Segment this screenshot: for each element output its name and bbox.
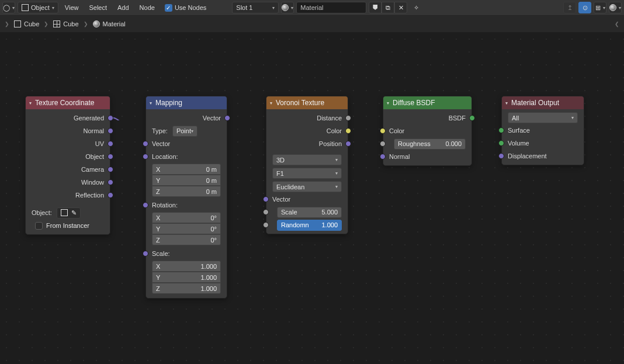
type-label: Type: — [152, 127, 168, 134]
material-name-field[interactable]: Material — [296, 2, 366, 13]
chevron-down-icon: ▾ — [387, 100, 389, 106]
fake-user-button[interactable]: ⛊ — [369, 2, 382, 13]
snap-button[interactable]: ⊞▾ — [594, 2, 606, 13]
menu-add[interactable]: Add — [113, 4, 133, 11]
mapping-type-select[interactable]: Point▾ — [172, 126, 197, 137]
node-texture-coordinate[interactable]: ▾ Texture Coordinate Generated Normal UV… — [25, 96, 110, 235]
node-title: Texture Coordinate — [35, 99, 94, 107]
node-voronoi-texture[interactable]: ▾ Voronoi Texture Distance Color Positio… — [266, 96, 348, 234]
output-socket-bsdf[interactable]: BSDF — [383, 112, 472, 124]
header-bar: ◯▾ Object ▾ View Select Add Node ✓ Use N… — [0, 0, 624, 16]
pin-button[interactable]: ✧ — [410, 2, 422, 13]
snap-icon: ⊞ — [595, 4, 601, 12]
node-header[interactable]: ▾ Voronoi Texture — [266, 96, 348, 109]
menu-node[interactable]: Node — [136, 4, 159, 11]
object-field-label: Object: — [32, 209, 52, 216]
scale-y-field[interactable]: Y1.000 — [152, 272, 221, 283]
input-socket-scale[interactable]: Scale5.000 — [266, 206, 348, 219]
node-mapping[interactable]: ▾ Mapping Vector Type: Point▾ Vector Loc… — [145, 96, 227, 299]
dimensions-select[interactable]: 3D▾ — [272, 154, 342, 165]
parent-node-button[interactable]: ↥ — [563, 2, 576, 13]
checkbox-icon — [35, 222, 43, 230]
output-socket-camera[interactable]: Camera — [26, 163, 110, 176]
output-socket-color[interactable]: Color — [266, 124, 348, 137]
material-slot-select[interactable]: Slot 1 ▾ — [232, 2, 279, 13]
breadcrumb-item[interactable]: Cube — [53, 20, 78, 27]
output-socket-generated[interactable]: Generated — [26, 112, 110, 124]
input-socket-rotation[interactable]: Rotation: — [146, 199, 227, 212]
output-socket-reflection[interactable]: Reflection — [26, 189, 110, 202]
chevron-down-icon: ▾ — [191, 129, 193, 134]
location-x-field[interactable]: X0 m — [152, 164, 221, 175]
mesh-icon — [14, 20, 21, 27]
output-socket-position[interactable]: Position — [266, 137, 348, 150]
use-nodes-checkbox[interactable]: ✓ Use Nodes — [161, 4, 210, 12]
material-browse-button[interactable]: ▾ — [281, 2, 294, 13]
input-socket-vector[interactable]: Vector — [146, 137, 227, 150]
menu-view[interactable]: View — [61, 4, 83, 11]
rotation-y-field[interactable]: Y0° — [152, 223, 221, 234]
input-socket-displacement[interactable]: Displacement — [502, 150, 584, 162]
shield-icon: ⛊ — [372, 4, 379, 11]
chevron-left-icon[interactable]: ❮ — [615, 21, 619, 27]
overlays-icon: ⊙ — [583, 4, 588, 12]
input-socket-volume[interactable]: Volume — [502, 137, 584, 150]
rotation-x-field[interactable]: X0° — [152, 212, 221, 223]
distance-metric-select[interactable]: Euclidean▾ — [272, 181, 342, 192]
node-header[interactable]: ▾ Texture Coordinate — [26, 96, 110, 109]
overlays-button[interactable]: ⊙ — [578, 2, 591, 13]
editor-type-button[interactable]: ◯▾ — [2, 2, 15, 13]
scale-z-field[interactable]: Z1.000 — [152, 283, 221, 294]
input-socket-roughness[interactable]: Roughness0.000 — [383, 137, 472, 150]
close-icon: ✕ — [398, 4, 404, 12]
chevron-down-icon: ▾ — [291, 5, 293, 11]
chevron-down-icon: ▾ — [150, 100, 152, 106]
new-material-button[interactable]: ⧉ — [382, 2, 394, 13]
output-socket-window[interactable]: Window — [26, 176, 110, 189]
breadcrumb-item[interactable]: Material — [93, 20, 126, 27]
scale-x-field[interactable]: X1.000 — [152, 261, 221, 272]
node-header[interactable]: ▾ Diffuse BSDF — [383, 96, 472, 109]
input-socket-surface[interactable]: Surface — [502, 124, 584, 137]
node-title: Voronoi Texture — [276, 99, 324, 107]
eyedropper-icon[interactable]: ✎ — [71, 209, 77, 217]
chevron-down-icon: ▾ — [603, 5, 605, 11]
input-socket-color[interactable]: Color — [383, 124, 472, 137]
node-canvas[interactable]: ▾ Texture Coordinate Generated Normal UV… — [0, 33, 624, 364]
chevron-down-icon: ▾ — [52, 5, 54, 11]
location-z-field[interactable]: Z0 m — [152, 186, 221, 197]
feature-select[interactable]: F1▾ — [272, 168, 342, 179]
output-socket-uv[interactable]: UV — [26, 137, 110, 150]
location-y-field[interactable]: Y0 m — [152, 175, 221, 186]
output-socket-object[interactable]: Object — [26, 150, 110, 163]
chevron-down-icon: ▾ — [29, 100, 32, 106]
node-diffuse-bsdf[interactable]: ▾ Diffuse BSDF BSDF Color Roughness0.000… — [383, 96, 472, 166]
shading-button[interactable]: ▾ — [609, 2, 622, 13]
input-socket-randomness[interactable]: Randomn1.000 — [266, 219, 348, 231]
breadcrumb-item[interactable]: Cube — [14, 20, 39, 27]
input-socket-location[interactable]: Location: — [146, 150, 227, 163]
output-socket-vector[interactable]: Vector — [146, 112, 227, 124]
object-mode-button[interactable]: Object ▾ — [18, 2, 58, 13]
shading-icon — [609, 4, 616, 11]
from-instancer-checkbox[interactable]: From Instancer — [32, 220, 93, 231]
node-header[interactable]: ▾ Mapping — [146, 96, 227, 109]
node-material-output[interactable]: ▾ Material Output All▾ Surface Volume Di… — [501, 96, 584, 165]
input-socket-scale[interactable]: Scale: — [146, 247, 227, 260]
output-socket-distance[interactable]: Distance — [266, 112, 348, 124]
menu-select[interactable]: Select — [85, 4, 111, 11]
object-picker[interactable]: ✎ — [57, 207, 81, 219]
input-socket-normal[interactable]: Normal — [383, 150, 472, 163]
use-nodes-label: Use Nodes — [175, 4, 206, 11]
output-socket-normal[interactable]: Normal — [26, 124, 110, 137]
input-socket-vector[interactable]: Vector — [266, 193, 348, 206]
object-icon — [61, 209, 68, 216]
node-header[interactable]: ▾ Material Output — [502, 96, 584, 109]
unlink-button[interactable]: ✕ — [394, 2, 407, 13]
target-select[interactable]: All▾ — [508, 112, 578, 123]
chevron-down-icon: ▾ — [335, 184, 338, 189]
chevron-down-icon: ▾ — [571, 115, 574, 120]
slot-label: Slot 1 — [236, 4, 252, 11]
chevron-right-icon: ❯ — [5, 21, 9, 27]
rotation-z-field[interactable]: Z0° — [152, 234, 221, 245]
